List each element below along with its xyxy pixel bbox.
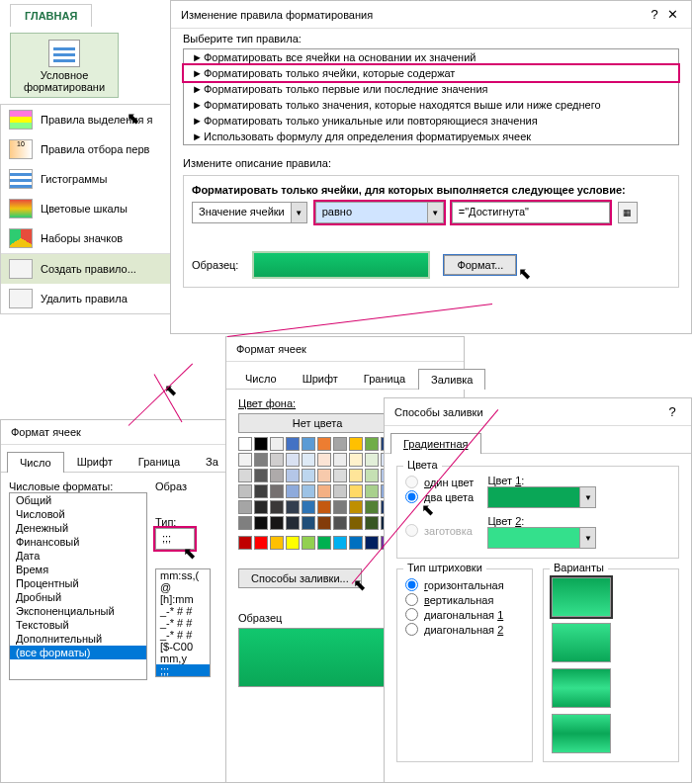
rule-type-list[interactable]: ►Форматировать все ячейки на основании и… [183, 48, 679, 145]
type-label: Тип: [155, 516, 226, 528]
rule-type-item[interactable]: ►Форматировать только первые или последн… [184, 81, 678, 97]
cursor-icon: ⬉ [518, 264, 531, 283]
edit-rule-titlebar: Изменение правила форматирования ?✕ [171, 1, 691, 29]
color1-combo[interactable]: ▼ [487, 486, 596, 508]
condition-target-combo[interactable]: Значение ячейки▼ [192, 202, 307, 223]
chevron-down-icon: ▼ [579, 528, 595, 548]
menu-top-bottom[interactable]: 10Правила отбора перв [1, 134, 175, 164]
radio-horizontal[interactable]: горизонтальная [405, 577, 524, 592]
number-tabset: Число Шрифт Граница За [1, 451, 234, 473]
color2-label: Цвет 2: [487, 515, 596, 527]
format-cells-titlebar: Формат ячеек [1, 420, 234, 445]
radio-diag2[interactable]: диагональная 2 [405, 622, 524, 637]
number-formats-label: Числовые форматы: [9, 480, 147, 492]
cursor-icon: ⬉ [164, 381, 177, 399]
rule-type-item-contains[interactable]: ►Форматировать только ячейки, которые со… [182, 63, 680, 83]
close-icon[interactable]: ✕ [663, 7, 681, 22]
fill-effects-button[interactable]: Способы заливки... [238, 568, 362, 588]
menu-highlight-rules[interactable]: Правила выделения я [1, 105, 175, 134]
chevron-down-icon[interactable]: ▼ [291, 203, 306, 222]
condition-group: Форматировать только ячейки, для которых… [183, 175, 679, 288]
color1-label: Цвет 1: [487, 475, 596, 486]
menu-color-scales[interactable]: Цветовые шкалы [1, 194, 175, 223]
sample-label: Образ [155, 480, 226, 492]
condition-operator-combo[interactable]: равно▼ [315, 202, 444, 223]
type-input[interactable]: ;;; [155, 528, 195, 550]
cursor-icon: ⬉ [421, 501, 434, 518]
ribbon: ГЛАВНАЯ Условное форматировани ⬉ Правила… [0, 0, 178, 314]
chevron-down-icon: ▼ [579, 487, 595, 507]
ribbon-tab-home[interactable]: ГЛАВНАЯ [10, 4, 92, 27]
format-cells-fill-titlebar: Формат ячеек [226, 337, 464, 362]
type-list[interactable]: mm:ss,( @ [h]:mm _-* # # _-* # # _-* # #… [155, 568, 211, 677]
cf-menu: Правила выделения я 10Правила отбора пер… [0, 104, 176, 314]
menu-data-bars[interactable]: Гистограммы [1, 164, 175, 194]
chevron-down-icon[interactable]: ▼ [427, 203, 443, 222]
condition-title: Форматировать только ячейки, для которых… [192, 184, 670, 196]
tab-number[interactable]: Число [232, 368, 290, 389]
radio-vertical[interactable]: вертикальная [405, 592, 524, 607]
no-color-button[interactable]: Нет цвета [238, 413, 396, 433]
select-rule-type-label: Выберите тип правила: [171, 29, 691, 46]
help-icon[interactable]: ? [663, 404, 681, 419]
tab-font[interactable]: Шрифт [290, 368, 351, 389]
fill-effects-tabset: Градиентная [385, 432, 691, 454]
tab-number[interactable]: Число [7, 452, 64, 473]
rule-type-item[interactable]: ►Использовать формулу для определения фо… [184, 129, 678, 144]
conditional-formatting-icon [48, 40, 80, 67]
hatch-group: Тип штриховки горизонтальная вертикальна… [396, 568, 533, 762]
fill-effects-titlebar: Способы заливки ? [385, 398, 691, 426]
tab-border[interactable]: Граница [351, 368, 418, 389]
tab-border[interactable]: Граница [126, 451, 193, 472]
tab-gradient[interactable]: Градиентная [390, 433, 481, 454]
sample-label: Образец: [192, 259, 238, 271]
dialog-title: Изменение правила форматирования [181, 9, 373, 21]
help-icon[interactable]: ? [646, 7, 663, 22]
colors-group: Цвета оодин цветдин цвет два цвета ⬉ заг… [396, 466, 679, 559]
conditional-formatting-label: Условное форматировани [13, 69, 116, 93]
menu-icon-sets[interactable]: Наборы значков [1, 223, 175, 253]
rule-type-item[interactable]: ►Форматировать только уникальные или пов… [184, 113, 678, 129]
fill-effects-dialog: Способы заливки ? Градиентная Цвета ооди… [384, 397, 692, 783]
radio-two-colors[interactable]: два цвета [405, 489, 474, 504]
radio-preset[interactable]: заготовкаготовка [405, 523, 474, 538]
color2-combo[interactable]: ▼ [487, 527, 596, 549]
format-cells-number-dialog: Формат ячеек Число Шрифт Граница За Числ… [0, 419, 235, 783]
tab-font[interactable]: Шрифт [64, 451, 126, 472]
menu-clear-rules[interactable]: Удалить правила [1, 284, 175, 313]
sample-preview [252, 251, 430, 279]
edit-rule-dialog: Изменение правила форматирования ?✕ Выбе… [170, 0, 692, 334]
radio-one-color[interactable]: оодин цветдин цвет [405, 475, 474, 489]
tab-fill[interactable]: Заливка [418, 369, 485, 390]
condition-value-input[interactable]: ="Достигнута" [452, 202, 610, 223]
edit-desc-label: Измените описание правила: [171, 153, 691, 171]
fill-tabset: Число Шрифт Граница Заливка [226, 368, 464, 390]
variants-group: Варианты [543, 568, 679, 762]
radio-diag1[interactable]: диагональная 1 [405, 607, 524, 622]
number-formats-list[interactable]: Общий Числовой Денежный Финансовый Дата … [9, 492, 147, 680]
variant-swatches[interactable] [552, 577, 670, 753]
rule-type-item[interactable]: ►Форматировать только значения, которые … [184, 97, 678, 113]
format-button[interactable]: Формат... [444, 255, 516, 275]
conditional-formatting-button[interactable]: Условное форматировани [10, 33, 119, 98]
menu-new-rule[interactable]: Создать правило... [1, 254, 175, 284]
range-picker-icon[interactable]: ▦ [618, 202, 638, 223]
